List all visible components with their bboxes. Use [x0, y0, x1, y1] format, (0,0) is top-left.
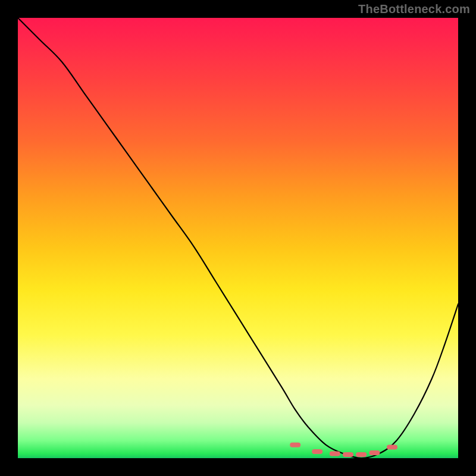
highlight-markers [290, 443, 397, 457]
plot-area [18, 18, 458, 458]
highlight-dot [343, 452, 353, 457]
watermark-text: TheBottleneck.com [358, 2, 470, 16]
highlight-dot [387, 445, 397, 450]
chart-stage: TheBottleneck.com [0, 0, 476, 476]
highlight-dot [290, 443, 300, 447]
highlight-dot [356, 452, 367, 457]
bottleneck-curve [18, 18, 458, 458]
highlight-dot [312, 449, 322, 454]
highlight-dot [369, 450, 380, 455]
highlight-dot [330, 452, 340, 456]
curve-layer [18, 18, 458, 458]
